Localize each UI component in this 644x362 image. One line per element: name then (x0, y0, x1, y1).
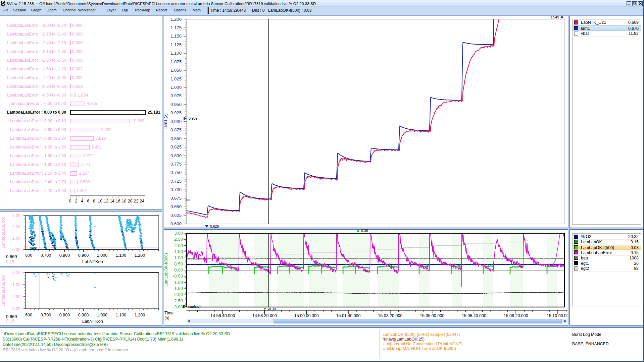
svg-text:3.00: 3.00 (174, 231, 183, 236)
svg-text:0.00: 0.00 (12, 247, 20, 252)
svg-text:0.909: 0.909 (189, 116, 197, 120)
svg-text:0.900: 0.900 (170, 119, 182, 124)
svg-text:1.100: 1.100 (116, 313, 126, 317)
svg-text:15:06:40.000: 15:06:40.000 (462, 313, 486, 318)
svg-text:15:01:40.000: 15:01:40.000 (336, 313, 361, 318)
svg-text:0.725: 0.725 (170, 179, 182, 184)
svg-text:-3.00: -3.00 (173, 304, 183, 309)
svg-text:18: 18 (122, 199, 127, 203)
svg-text:nap(ind): nap(ind) (188, 305, 201, 308)
svg-text:1.150: 1.150 (170, 34, 182, 39)
svg-text:0.800: 0.800 (59, 313, 70, 317)
svg-text:15:10:00.00: 15:10:00.00 (547, 313, 568, 318)
svg-text:-1.00: -1.00 (11, 282, 21, 287)
svg-text:0.850: 0.850 (170, 136, 182, 141)
svg-text:0.600: 0.600 (22, 313, 32, 317)
svg-text:0.50: 0.50 (174, 261, 183, 266)
svg-text:0.00: 0.00 (174, 267, 183, 273)
svg-text:16: 16 (116, 199, 120, 203)
svg-text:0.750: 0.750 (170, 170, 182, 175)
svg-text:-2.00: -2.00 (173, 292, 183, 297)
svg-text:0.875: 0.875 (170, 127, 182, 132)
svg-text:2.50: 2.50 (174, 237, 183, 242)
svg-text:14:56:40.000: 14:56:40.000 (210, 313, 235, 318)
svg-text:0.775: 0.775 (170, 162, 182, 167)
svg-text:1.175: 1.175 (170, 25, 182, 30)
svg-text:LabNTKon: LabNTKon (82, 319, 103, 324)
svg-text:LamLabOK-f(500): LamLabOK-f(500) (164, 253, 168, 287)
svg-text:0.900: 0.900 (78, 253, 89, 258)
svg-text:14:58:20.000: 14:58:20.000 (252, 313, 277, 318)
svg-text:1.000: 1.000 (97, 253, 107, 258)
svg-text:0.925: 0.925 (170, 110, 182, 115)
svg-text:0.900: 0.900 (78, 313, 89, 317)
svg-text:LambdaLabError: LambdaLabError (1, 275, 6, 306)
svg-text:0.15: 0.15 (6, 259, 14, 264)
svg-text:0: 0 (69, 199, 71, 203)
svg-text:0.15: 0.15 (6, 318, 14, 323)
svg-text:1.050: 1.050 (170, 68, 182, 73)
svg-text:0.675: 0.675 (170, 196, 182, 201)
svg-text:8: 8 (93, 199, 95, 203)
svg-text:0.950: 0.950 (170, 102, 182, 107)
svg-text:-2.50: -2.50 (173, 298, 183, 303)
svg-text:0.800: 0.800 (170, 153, 182, 158)
svg-text:6: 6 (87, 199, 89, 203)
svg-text:12: 12 (104, 199, 108, 203)
svg-text:3.00: 3.00 (12, 213, 20, 218)
svg-text:20: 20 (128, 199, 133, 203)
svg-text:LabNTKon: LabNTKon (82, 259, 103, 264)
svg-text:-1.00: -1.00 (173, 280, 183, 285)
svg-text:2: 2 (75, 199, 77, 203)
svg-text:0.700: 0.700 (170, 187, 182, 192)
svg-text:0.825: 0.825 (170, 144, 182, 149)
svg-text:22: 22 (134, 199, 139, 203)
svg-text:0.650: 0.650 (170, 204, 182, 209)
svg-text:1.50: 1.50 (174, 249, 183, 254)
svg-text:0.975: 0.975 (170, 93, 182, 98)
svg-text:24: 24 (140, 199, 144, 203)
svg-text:1.100: 1.100 (116, 253, 126, 258)
svg-text:15:03:20.000: 15:03:20.000 (378, 313, 402, 318)
svg-text:1.00: 1.00 (174, 255, 183, 260)
svg-text:15:08:20.000: 15:08:20.000 (504, 313, 528, 318)
svg-text:0.626: 0.626 (210, 224, 219, 228)
svg-text:0.800: 0.800 (59, 253, 70, 258)
svg-text:14: 14 (110, 199, 114, 203)
svg-text:Time: Time (164, 311, 174, 315)
svg-text:-2.00: -2.00 (11, 294, 21, 299)
svg-text:1.200: 1.200 (135, 253, 145, 258)
svg-text:0.700: 0.700 (41, 313, 51, 317)
svg-text:2.00: 2.00 (174, 243, 183, 248)
svg-text:-3.00: -3.00 (11, 306, 21, 311)
svg-text:lam1 (λ): lam1 (λ) (164, 113, 168, 128)
svg-text:0.38: 0.38 (361, 229, 368, 233)
svg-text:1.200: 1.200 (170, 17, 182, 22)
svg-text:4: 4 (81, 199, 83, 203)
svg-text:0.700: 0.700 (41, 253, 51, 258)
svg-text:1.125: 1.125 (170, 42, 182, 47)
svg-text:1.200: 1.200 (135, 313, 145, 317)
svg-text:-1.50: -1.50 (173, 286, 183, 291)
svg-text:1.00: 1.00 (12, 236, 20, 241)
svg-text:1.000: 1.000 (170, 85, 182, 90)
svg-text:2.00: 2.00 (12, 225, 20, 229)
svg-text:1.100: 1.100 (170, 51, 182, 56)
svg-text:15:00:00.000: 15:00:00.000 (294, 313, 319, 318)
svg-text:0.600: 0.600 (170, 221, 182, 226)
svg-text:0.600: 0.600 (22, 253, 32, 258)
svg-text:1.000: 1.000 (97, 313, 107, 317)
svg-text:(s): (s) (164, 316, 169, 320)
svg-text:-0.50: -0.50 (173, 274, 183, 279)
svg-text:1.025: 1.025 (170, 76, 182, 81)
svg-text:10: 10 (98, 199, 102, 203)
svg-text:1.075: 1.075 (170, 59, 182, 64)
svg-text:LambdaLabError: LambdaLabError (1, 217, 6, 248)
svg-text:15:05:00.000: 15:05:00.000 (420, 313, 444, 318)
svg-text:0.669: 0.669 (6, 254, 17, 259)
svg-text:0.00: 0.00 (12, 270, 20, 275)
svg-text:0.625: 0.625 (170, 213, 182, 218)
svg-text:1.549: 1.549 (550, 16, 559, 19)
